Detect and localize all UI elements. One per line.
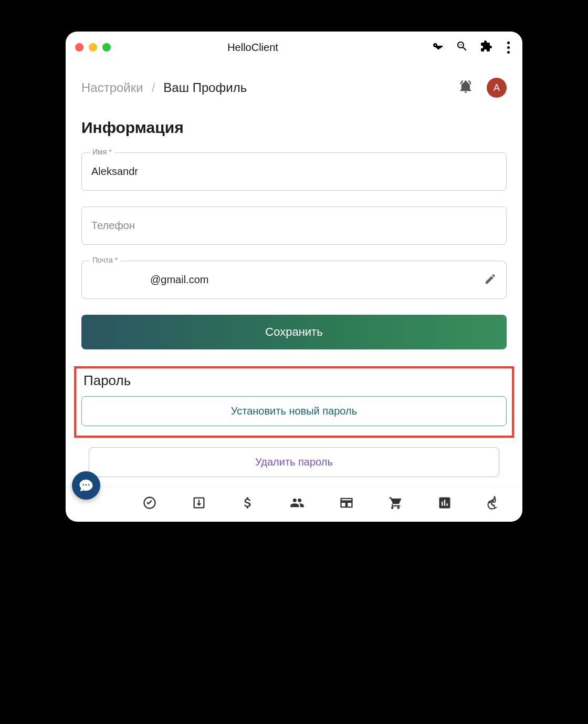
header-row: Настройки / Ваш Профиль A bbox=[81, 78, 507, 98]
delete-password-button[interactable]: Удалить пароль bbox=[89, 447, 499, 477]
titlebar-actions bbox=[432, 40, 513, 55]
set-new-password-button[interactable]: Установить новый пароль bbox=[81, 396, 507, 426]
nav-dashboard-icon[interactable] bbox=[339, 495, 354, 512]
name-input[interactable] bbox=[82, 153, 506, 190]
password-section-highlight: Пароль Установить новый пароль bbox=[74, 366, 514, 438]
info-heading: Информация bbox=[81, 119, 507, 137]
breadcrumb-separator: / bbox=[152, 80, 155, 95]
breadcrumb-current: Ваш Профиль bbox=[163, 80, 247, 95]
bottom-nav bbox=[66, 487, 522, 522]
password-heading: Пароль bbox=[81, 373, 507, 389]
chat-fab[interactable] bbox=[72, 471, 100, 500]
nav-cart-icon[interactable] bbox=[388, 495, 403, 512]
key-icon[interactable] bbox=[432, 40, 444, 55]
titlebar: HelloClient bbox=[66, 32, 522, 63]
save-button[interactable]: Сохранить bbox=[81, 315, 507, 349]
app-title: HelloClient bbox=[74, 42, 432, 54]
name-label: Имя * bbox=[89, 148, 115, 156]
content-area: Настройки / Ваш Профиль A Информация Имя… bbox=[66, 63, 522, 487]
breadcrumb: Настройки / Ваш Профиль bbox=[81, 80, 247, 95]
breadcrumb-root[interactable]: Настройки bbox=[81, 80, 143, 95]
nav-inbox-icon[interactable] bbox=[192, 495, 206, 512]
nav-check-icon[interactable] bbox=[142, 495, 157, 512]
avatar[interactable]: A bbox=[487, 78, 507, 98]
email-field: Почта * bbox=[81, 261, 507, 299]
header-actions: A bbox=[458, 78, 507, 98]
extension-icon[interactable] bbox=[480, 40, 492, 55]
more-menu-icon[interactable] bbox=[504, 42, 513, 54]
notifications-icon[interactable] bbox=[458, 79, 473, 96]
avatar-letter: A bbox=[494, 82, 500, 94]
nav-money-icon[interactable] bbox=[240, 495, 255, 512]
zoom-out-icon[interactable] bbox=[456, 40, 468, 55]
email-label: Почта * bbox=[89, 256, 121, 264]
phone-field bbox=[81, 206, 507, 245]
edit-email-icon[interactable] bbox=[484, 273, 497, 287]
nav-chart-icon[interactable] bbox=[437, 495, 452, 512]
app-window: HelloClient Настройки / Ваш Профиль bbox=[66, 32, 522, 522]
phone-input[interactable] bbox=[82, 207, 506, 244]
email-input[interactable] bbox=[82, 261, 506, 298]
name-field: Имя * bbox=[81, 152, 507, 191]
nav-fire-icon[interactable] bbox=[486, 495, 501, 512]
nav-people-icon[interactable] bbox=[290, 495, 304, 512]
